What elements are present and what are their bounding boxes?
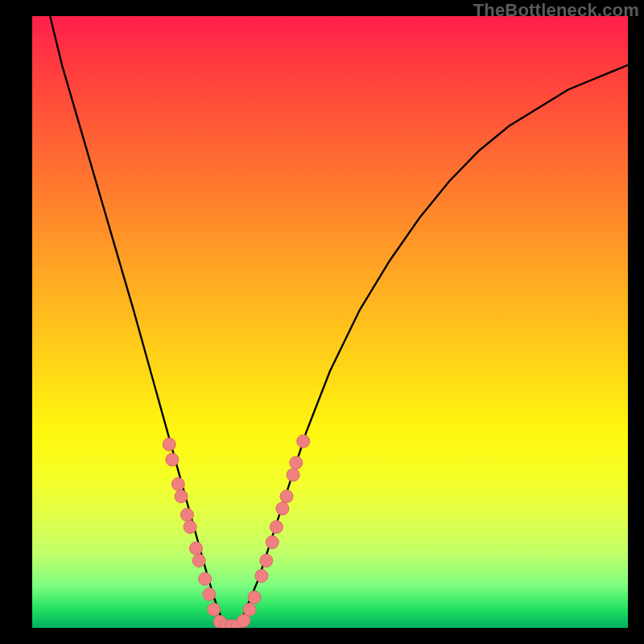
chart-svg bbox=[32, 16, 628, 628]
data-marker bbox=[208, 603, 221, 616]
data-marker bbox=[203, 588, 216, 601]
data-marker bbox=[290, 456, 303, 469]
data-marker bbox=[184, 521, 196, 534]
data-marker bbox=[243, 603, 256, 616]
data-marker bbox=[192, 554, 205, 567]
watermark-text: TheBottleneck.com bbox=[473, 0, 639, 21]
chart-frame: TheBottleneck.com bbox=[0, 0, 644, 644]
data-marker bbox=[248, 591, 261, 604]
data-marker bbox=[166, 453, 179, 466]
data-marker bbox=[175, 490, 188, 503]
data-marker bbox=[276, 502, 289, 515]
data-marker bbox=[270, 521, 283, 534]
data-marker bbox=[171, 477, 184, 490]
data-marker bbox=[287, 469, 299, 481]
data-marker bbox=[280, 490, 293, 503]
data-marker bbox=[199, 572, 212, 585]
data-marker bbox=[266, 536, 279, 549]
data-marker bbox=[163, 438, 175, 451]
data-marker bbox=[255, 569, 268, 582]
data-marker bbox=[297, 435, 310, 448]
data-marker bbox=[190, 542, 203, 555]
marker-group bbox=[163, 435, 310, 628]
plot-area bbox=[32, 16, 628, 628]
data-marker bbox=[260, 554, 273, 567]
bottleneck-curve bbox=[50, 16, 628, 628]
data-marker bbox=[180, 508, 193, 521]
